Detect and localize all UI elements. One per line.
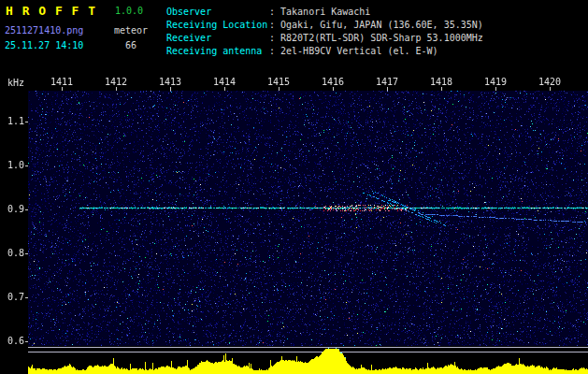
info-key: Observer: [166, 7, 269, 17]
info-value: 2el-HB9CV Vertical (el. E-W): [280, 46, 438, 56]
info-row-location: Receiving Location:Ogaki, Gifu, JAPAN (1…: [166, 20, 483, 33]
y-tick-label: 1.0: [0, 160, 24, 170]
x-tick-label: 1418: [427, 77, 455, 87]
app-version: 1.0.0: [115, 6, 143, 16]
info-key: Receiving Location: [166, 20, 269, 30]
x-tick-label: 1419: [481, 77, 509, 87]
timestamp-label: 25.11.27 14:10: [5, 40, 83, 50]
filename-label: 2511271410.png: [5, 25, 83, 36]
station-info: Observer:Takanori Kawachi Receiving Loca…: [166, 7, 483, 59]
x-tick-label: 1412: [102, 77, 130, 87]
y-tick-label: 1.1: [0, 116, 24, 126]
info-colon: :: [269, 20, 280, 30]
info-colon: :: [269, 7, 280, 17]
x-tick-label: 1414: [210, 77, 238, 87]
info-row-receiver: Receiver:R820T2(RTL-SDR) SDR-Sharp 53.10…: [166, 33, 483, 46]
y-tick-label: 0.8: [0, 248, 24, 258]
y-tick-label: 0.6: [0, 336, 24, 346]
hrofft-window: H R O F F T 1.0.0 2511271410.png meteor …: [0, 0, 588, 374]
info-key: Receiving antenna: [166, 46, 269, 56]
info-colon: :: [269, 33, 280, 43]
info-key: Receiver: [166, 33, 269, 43]
y-unit-label: kHz: [0, 78, 24, 88]
x-tick-label: 1415: [265, 77, 293, 87]
x-tick-label: 1420: [536, 77, 564, 87]
info-row-antenna: Receiving antenna:2el-HB9CV Vertical (el…: [166, 46, 483, 59]
app-title: H R O F F T: [6, 4, 96, 18]
spectrogram-canvas: [0, 75, 588, 374]
info-value: Takanori Kawachi: [280, 7, 370, 17]
info-value: Ogaki, Gifu, JAPAN (136.60E, 35.35N): [280, 20, 483, 30]
x-tick-label: 1413: [156, 77, 184, 87]
info-row-observer: Observer:Takanori Kawachi: [166, 7, 483, 20]
y-tick-label: 0.7: [0, 292, 24, 302]
meteor-count: 66: [125, 40, 136, 50]
x-tick-label: 1416: [319, 77, 347, 87]
x-tick-label: 1411: [48, 77, 76, 87]
info-colon: :: [269, 46, 280, 56]
x-tick-label: 1417: [373, 77, 401, 87]
y-tick-label: 0.9: [0, 204, 24, 214]
mode-label: meteor: [114, 25, 148, 36]
info-value: R820T2(RTL-SDR) SDR-Sharp 53.1000MHz: [280, 33, 483, 43]
